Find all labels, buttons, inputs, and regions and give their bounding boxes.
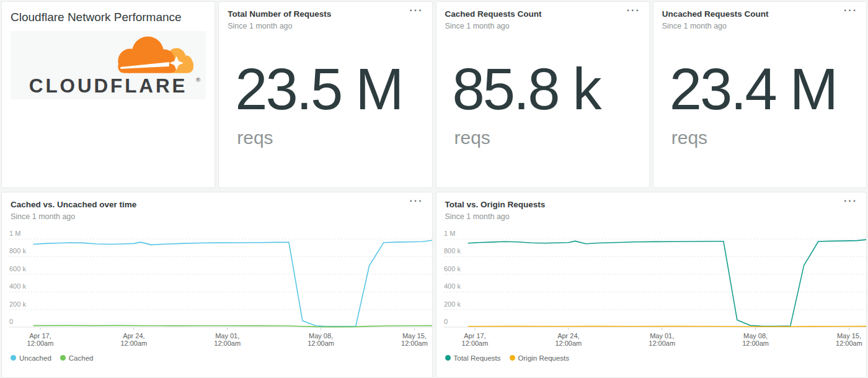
- svg-text:600 k: 600 k: [444, 265, 461, 272]
- card-title: Cached vs. Uncached over time: [11, 200, 411, 210]
- svg-text:12:00am: 12:00am: [308, 340, 334, 347]
- legend-label: Cached: [69, 354, 94, 362]
- billboard-unit: reqs: [671, 127, 866, 148]
- series-line-origin-requests: [468, 326, 866, 326]
- svg-text:12:00am: 12:00am: [742, 340, 769, 347]
- card-header: Total Number of Requests Since 1 month a…: [219, 2, 432, 30]
- card-title: Cached Requests Count: [445, 9, 628, 20]
- cloudflare-logo-image: CLOUDFLARE ®: [11, 32, 206, 99]
- legend-color-dot: [510, 355, 515, 361]
- card-title: Total Number of Requests: [228, 9, 410, 20]
- legend-item-origin-requests[interactable]: Origin Requests: [510, 354, 569, 362]
- legend-label: Total Requests: [454, 354, 501, 362]
- svg-text:May 08,: May 08,: [309, 332, 333, 340]
- chart-legend: Total RequestsOrigin Requests: [436, 349, 867, 362]
- card-subtitle: Since 1 month ago: [662, 22, 845, 30]
- page-title: Cloudflare Network Performance: [2, 2, 215, 31]
- chart-total-vs-origin[interactable]: 1 M800 k600 k400 k200 k0Apr 17,12:00amAp…: [444, 227, 867, 349]
- dashboard-page: Cloudflare Network Performance: [0, 0, 868, 378]
- legend-color-dot: [60, 355, 66, 361]
- svg-text:May 15,: May 15,: [402, 332, 427, 340]
- card-header: Uncached Requests Count Since 1 month ag…: [653, 2, 866, 30]
- series-line-cached: [33, 325, 432, 326]
- card-subtitle: Since 1 month ago: [445, 22, 628, 30]
- svg-text:12:00am: 12:00am: [214, 340, 241, 347]
- dashboard-header-card: Cloudflare Network Performance: [1, 1, 215, 188]
- cloudflare-wordmark: CLOUDFLARE: [29, 75, 188, 97]
- billboard-unit: reqs: [454, 127, 649, 148]
- chart-legend: UncachedCached: [2, 349, 432, 362]
- svg-text:12:00am: 12:00am: [649, 340, 675, 347]
- card-menu-button[interactable]: ···: [844, 196, 857, 206]
- top-row: Cloudflare Network Performance: [0, 0, 868, 188]
- svg-text:12:00am: 12:00am: [555, 340, 582, 347]
- card-header: Cached Requests Count Since 1 month ago: [436, 2, 649, 30]
- legend-item-uncached[interactable]: Uncached: [11, 354, 51, 362]
- card-menu-button[interactable]: ···: [627, 6, 640, 16]
- legend-item-cached[interactable]: Cached: [60, 354, 94, 362]
- billboard-value: 85.8 k: [453, 60, 649, 119]
- series-line-uncached: [33, 240, 432, 326]
- card-title: Uncached Requests Count: [662, 9, 845, 20]
- svg-text:800 k: 800 k: [444, 247, 461, 254]
- chart-cached-vs-uncached[interactable]: 1 M800 k600 k400 k200 k0Apr 17,12:00amAp…: [9, 227, 433, 349]
- svg-text:12:00am: 12:00am: [461, 340, 488, 347]
- billboard-value: 23.5 M: [235, 60, 432, 119]
- svg-text:400 k: 400 k: [9, 282, 26, 290]
- svg-text:0: 0: [9, 318, 13, 325]
- card-header: Cached vs. Uncached over time Since 1 mo…: [2, 192, 432, 221]
- svg-text:May 08,: May 08,: [743, 332, 768, 340]
- card-subtitle: Since 1 month ago: [445, 212, 846, 221]
- svg-text:12:00am: 12:00am: [27, 340, 54, 347]
- chart-card-total-vs-origin: Total vs. Origin Requests Since 1 month …: [436, 192, 867, 378]
- svg-text:1 M: 1 M: [9, 230, 20, 237]
- card-menu-button[interactable]: ···: [410, 6, 423, 16]
- svg-text:12:00am: 12:00am: [836, 340, 862, 347]
- svg-text:Apr 17,: Apr 17,: [29, 332, 51, 340]
- svg-text:600 k: 600 k: [9, 265, 26, 272]
- svg-text:12:00am: 12:00am: [120, 340, 147, 347]
- svg-text:Apr 24,: Apr 24,: [123, 332, 144, 340]
- svg-text:Apr 17,: Apr 17,: [464, 332, 485, 340]
- svg-text:200 k: 200 k: [9, 300, 26, 307]
- card-subtitle: Since 1 month ago: [11, 212, 411, 221]
- svg-text:Apr 24,: Apr 24,: [557, 332, 579, 340]
- svg-text:200 k: 200 k: [444, 300, 461, 307]
- series-line-total-requests: [468, 240, 866, 326]
- legend-color-dot: [11, 355, 16, 361]
- svg-text:0: 0: [444, 318, 448, 325]
- registered-trademark-symbol: ®: [196, 76, 201, 83]
- card-title: Total vs. Origin Requests: [445, 200, 846, 210]
- bottom-row: Cached vs. Uncached over time Since 1 mo…: [0, 188, 868, 378]
- svg-text:May 01,: May 01,: [650, 332, 674, 340]
- billboard-card-total-requests: Total Number of Requests Since 1 month a…: [218, 1, 432, 188]
- svg-text:12:00am: 12:00am: [401, 340, 428, 347]
- billboard-card-cached-requests: Cached Requests Count Since 1 month ago …: [436, 1, 650, 188]
- chart-card-cached-vs-uncached: Cached vs. Uncached over time Since 1 mo…: [1, 192, 433, 378]
- billboard-value: 23.4 M: [670, 60, 866, 119]
- card-subtitle: Since 1 month ago: [228, 22, 410, 30]
- legend-color-dot: [445, 355, 451, 361]
- cloudflare-logo: CLOUDFLARE ®: [11, 31, 206, 99]
- svg-text:1 M: 1 M: [444, 230, 455, 237]
- svg-text:May 01,: May 01,: [215, 332, 239, 340]
- card-menu-button[interactable]: ···: [844, 6, 857, 16]
- billboard-card-uncached-requests: Uncached Requests Count Since 1 month ag…: [653, 1, 867, 188]
- card-menu-button[interactable]: ···: [410, 196, 423, 206]
- billboard-unit: reqs: [237, 127, 432, 148]
- svg-text:May 15,: May 15,: [836, 332, 861, 340]
- legend-item-total-requests[interactable]: Total Requests: [445, 354, 501, 362]
- svg-text:800 k: 800 k: [9, 247, 26, 254]
- legend-label: Origin Requests: [518, 354, 569, 362]
- card-header: Total vs. Origin Requests Since 1 month …: [436, 192, 867, 221]
- svg-text:400 k: 400 k: [444, 282, 461, 290]
- legend-label: Uncached: [19, 354, 51, 362]
